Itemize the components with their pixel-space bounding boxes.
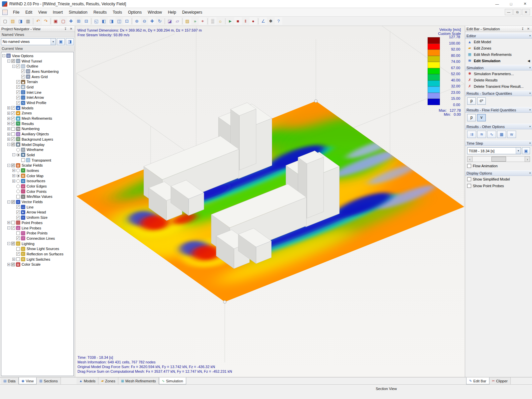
tree-item-light-switches[interactable]: +⊙Light Switches: [2, 257, 73, 262]
tab-view[interactable]: ◉View: [19, 377, 37, 384]
checkbox[interactable]: [11, 127, 15, 131]
tree-item-results[interactable]: +✓∿Results: [2, 121, 73, 126]
tab-models[interactable]: ▲Models: [76, 377, 98, 384]
checkbox[interactable]: ✓: [16, 80, 20, 84]
radio-button[interactable]: [16, 185, 20, 188]
edit-simulation-item[interactable]: ≋Edit Simulation◀: [465, 58, 532, 64]
tree-item-connection-lines[interactable]: ✓/Connection Lines: [2, 236, 73, 241]
section-header-editor[interactable]: Editor▾: [465, 33, 532, 39]
expander-icon[interactable]: -: [7, 143, 10, 146]
expander-icon[interactable]: +: [7, 263, 10, 266]
checkbox[interactable]: [16, 231, 20, 235]
viewport-3d[interactable]: Wind Tunnel Dimensions: Dx = 369.952 m, …: [75, 26, 465, 377]
help-button[interactable]: ?: [275, 17, 282, 25]
menu-developers[interactable]: Developers: [179, 8, 205, 16]
new-button[interactable]: ▢: [1, 17, 9, 25]
tree-item-grid[interactable]: ✓▦Grid: [2, 84, 73, 90]
radio-button[interactable]: [16, 169, 20, 172]
word-export-button[interactable]: w: [507, 131, 516, 138]
expander-icon[interactable]: +: [7, 112, 10, 115]
zoom-window-button[interactable]: ⊡: [123, 17, 131, 25]
grid-toggle-button[interactable]: ⊞: [75, 17, 82, 25]
close-icon[interactable]: ✕: [69, 27, 73, 31]
expander-icon[interactable]: +: [7, 122, 10, 125]
view-side-button[interactable]: ◨: [108, 17, 115, 25]
show-point-probes-row[interactable]: Show Point Probes: [465, 183, 532, 189]
show-simplified-model-row[interactable]: Show Simplified Model: [465, 176, 532, 183]
tab-simulation[interactable]: ∿Simulation: [159, 377, 186, 384]
rotate-view-button[interactable]: ↻: [156, 17, 164, 25]
tree-item-uniform-size[interactable]: ✓=Uniform Size: [2, 215, 73, 220]
save-view-button[interactable]: ◨: [66, 38, 74, 45]
tree-item-color-map[interactable]: +▨Color Map: [2, 173, 73, 179]
tree-item-isosurfaces[interactable]: +◎Isosurfaces: [2, 179, 73, 184]
tree-item-color-points[interactable]: ∴Color Points: [2, 189, 73, 194]
surface-cp-button[interactable]: cp: [477, 97, 486, 105]
view-front-button[interactable]: ◧: [100, 17, 108, 25]
save-button[interactable]: ◨: [17, 17, 24, 25]
tab-mesh-refinements[interactable]: ▦Mesh Refinements: [118, 377, 159, 384]
checkbox[interactable]: ✓: [11, 263, 15, 266]
zoom-out-button[interactable]: ⊖: [141, 17, 148, 25]
section-header-simulation[interactable]: Simulation▾: [465, 65, 532, 70]
radio-button[interactable]: [16, 174, 20, 178]
expander-icon[interactable]: +: [7, 106, 10, 109]
expander-icon[interactable]: -: [12, 153, 15, 156]
tree-item-vector-fields[interactable]: -✓»Vector Fields: [2, 199, 73, 204]
expander-icon[interactable]: -: [7, 242, 10, 245]
edit-model-item[interactable]: ▲Edit Model: [465, 39, 532, 45]
named-views-select[interactable]: No named views ▾: [1, 38, 56, 45]
undo-button[interactable]: ↶: [34, 17, 42, 25]
expander-icon[interactable]: +: [7, 221, 10, 224]
tree-item-color-scale[interactable]: +✓▥Color Scale: [2, 262, 73, 267]
tree-item-scalar-fields[interactable]: -✓▧Scalar Fields: [2, 163, 73, 168]
checkbox[interactable]: [467, 184, 471, 188]
menu-options[interactable]: Options: [125, 8, 145, 16]
tree-item-numbering[interactable]: +№Numbering: [2, 126, 73, 132]
surface-p-button[interactable]: p: [467, 97, 476, 105]
menu-edit[interactable]: Edit: [22, 8, 35, 16]
checkbox[interactable]: ✓: [16, 65, 20, 68]
checkbox[interactable]: ✓: [16, 96, 20, 99]
tab-edit-bar[interactable]: ✎Edit Bar: [466, 377, 489, 384]
view-options-tree[interactable]: -◫View Options-✓▭Wind Tunnel-✓▭Outline✓1…: [1, 52, 74, 376]
axes-button[interactable]: ✚: [67, 17, 75, 25]
tree-item-auxiliary-objects[interactable]: +◇Auxiliary Objects: [2, 131, 73, 137]
tree-item-reflection-on-surfaces[interactable]: ✓◐Reflection on Surfaces: [2, 251, 73, 257]
settings-button[interactable]: ✱: [267, 17, 275, 25]
checkbox[interactable]: ✓: [11, 117, 15, 120]
chevron-down-icon[interactable]: ▾: [51, 39, 56, 45]
tree-item-min-max-values[interactable]: ±Min/Max Values: [2, 194, 73, 200]
measure-button[interactable]: ∠: [259, 17, 267, 25]
tab-clipper[interactable]: ✂Clipper: [489, 377, 511, 384]
delete-transient-flow-results-item[interactable]: ✗Delete Transient Flow Result...: [465, 83, 532, 89]
menu-simulation[interactable]: Simulation: [66, 8, 90, 16]
checkbox[interactable]: ✓: [16, 252, 20, 256]
section-header-time-step[interactable]: Time Step▾: [465, 140, 532, 146]
checkbox[interactable]: ✓: [11, 122, 15, 125]
flow-lines-button[interactable]: ⇉: [467, 131, 476, 138]
scene-3d[interactable]: [75, 26, 465, 377]
radio-button[interactable]: [16, 190, 20, 193]
tree-item-wind-profile[interactable]: ✓∿Wind Profile: [2, 100, 73, 105]
color-map-toggle-button[interactable]: ▨: [184, 17, 191, 25]
menu-results[interactable]: Results: [90, 8, 110, 16]
view-isometric-button[interactable]: ◱: [92, 17, 100, 25]
menu-help[interactable]: Help: [165, 8, 179, 16]
slider-thumb[interactable]: [491, 157, 506, 162]
mesh-toggle-button[interactable]: ⊟: [82, 17, 90, 25]
mdi-close-button[interactable]: ✕: [522, 9, 530, 15]
menu-file[interactable]: File: [10, 8, 22, 16]
checkbox[interactable]: ✓: [16, 90, 20, 94]
view-top-button[interactable]: ◫: [115, 17, 123, 25]
tree-item-models[interactable]: +✓▲Models: [2, 105, 73, 111]
expander-icon[interactable]: +: [7, 117, 10, 120]
slider-track[interactable]: [472, 156, 525, 162]
flow-p-button[interactable]: p: [467, 114, 476, 121]
lighting-toggle-button[interactable]: ☼: [216, 17, 224, 25]
tree-item-mesh-refinements[interactable]: +✓▦Mesh Refinements: [2, 116, 73, 121]
checkbox[interactable]: ✓: [11, 200, 15, 204]
expander-icon[interactable]: -: [7, 60, 10, 63]
checkbox[interactable]: [21, 158, 25, 162]
minimize-button[interactable]: —: [490, 0, 504, 8]
